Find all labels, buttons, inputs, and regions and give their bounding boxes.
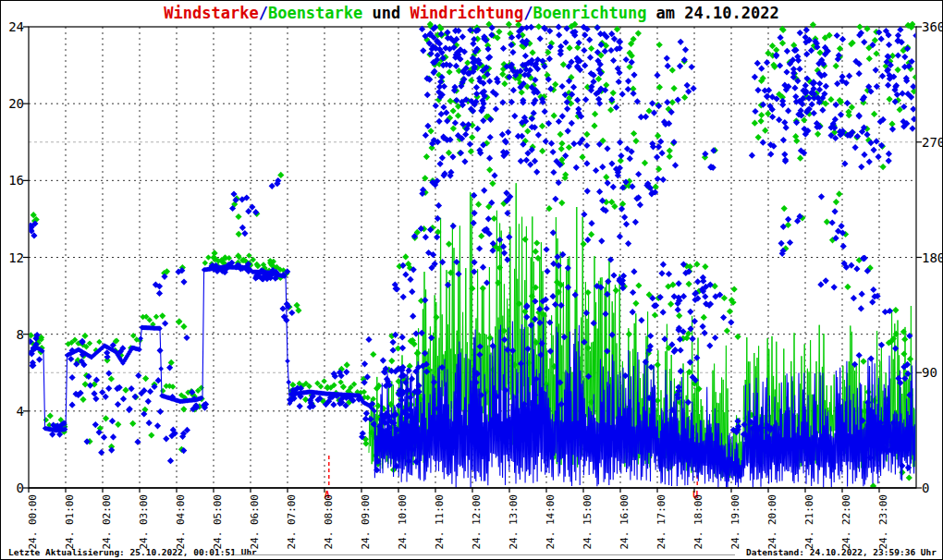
x-tick-label: 24. 22:00 — [840, 494, 852, 550]
x-tick-label: 24. 23:00 — [877, 494, 889, 550]
right-tick-label: 90 — [922, 365, 937, 380]
right-tick-label: 180 — [922, 250, 943, 265]
left-tick-label: 12 — [8, 250, 24, 265]
x-tick-label: 24. 11:00 — [434, 494, 446, 550]
left-tick-label: 8 — [17, 327, 24, 342]
x-tick-label: 24. 04:00 — [175, 494, 187, 550]
right-tick-label: 360 — [922, 19, 943, 34]
x-tick-label: 24. 07:00 — [286, 494, 298, 550]
x-tick-label: 24. 17:00 — [655, 494, 667, 550]
x-tick-label: 24. 21:00 — [803, 494, 815, 550]
left-tick-label: 24 — [8, 19, 24, 34]
x-tick-label: 24. 12:00 — [471, 494, 483, 550]
x-tick-label: 24. 08:00 — [323, 494, 335, 550]
footer-divider — [234, 554, 735, 555]
x-tick-label: 24. 19:00 — [729, 494, 741, 550]
data-timestamp-text: Datenstand: 24.10.2022, 23:59:36 Uhr — [746, 547, 937, 557]
right-tick-label: 270 — [922, 135, 943, 150]
x-tick-label: 24. 14:00 — [545, 494, 557, 550]
left-tick-label: 0 — [17, 481, 24, 495]
x-tick-label: 24. 16:00 — [618, 494, 631, 550]
x-tick-label: 24. 05:00 — [212, 494, 224, 550]
last-update-text: Letzte Aktualisierung: 25.10.2022, 00:01… — [8, 547, 257, 557]
right-tick-label: 0 — [922, 481, 929, 495]
x-tick-label: 24. 10:00 — [397, 494, 409, 550]
weather-chart-window: Windstarke/Boenstarke und Windrichtung/B… — [0, 0, 943, 560]
x-tick-label: 24. 13:00 — [508, 494, 520, 550]
x-tick-label: 24. 01:00 — [64, 494, 76, 550]
left-tick-label: 4 — [17, 404, 24, 419]
x-tick-label: 24. 00:00 — [27, 494, 39, 550]
x-tick-label: 24. 15:00 — [582, 494, 594, 550]
x-tick-label: 24. 03:00 — [138, 494, 150, 550]
x-tick-label: 24. 09:00 — [360, 494, 372, 550]
left-tick-label: 20 — [8, 96, 24, 111]
left-tick-label: 16 — [8, 173, 24, 188]
x-tick-label: 24. 20:00 — [766, 494, 778, 550]
x-tick-label: 24. 06:00 — [249, 494, 261, 550]
x-tick-label: 24. 02:00 — [101, 494, 113, 550]
wind-chart: AU0481216202409018027036024. 00:0024. 01… — [1, 1, 943, 560]
x-tick-label: 24. 18:00 — [692, 494, 704, 550]
